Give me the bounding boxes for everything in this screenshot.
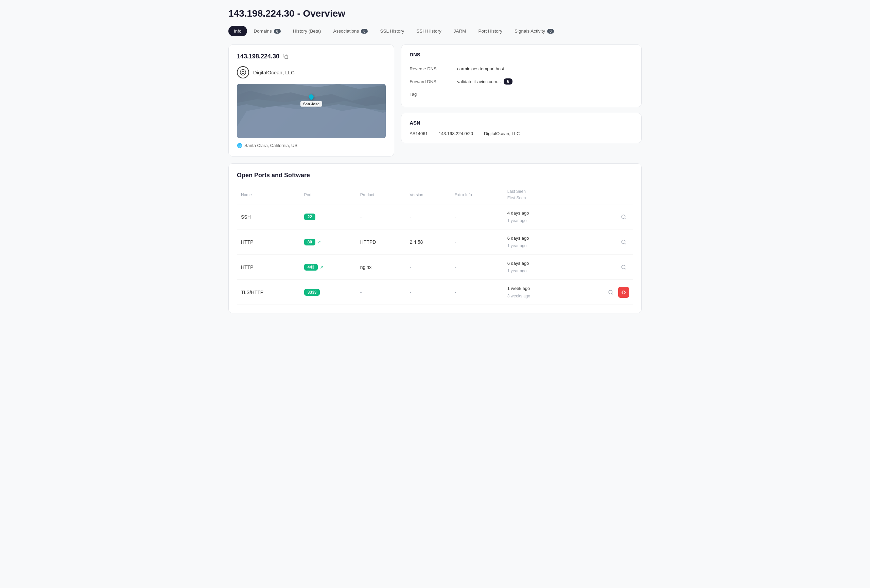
port-version: - <box>405 280 450 305</box>
port-number: 80↗ <box>300 230 356 255</box>
port-actions <box>567 255 633 280</box>
table-row: TLS/HTTP3333---1 week ago3 weeks ago <box>237 280 633 305</box>
port-product: HTTPD <box>356 230 406 255</box>
col-actions <box>567 186 633 204</box>
port-name: HTTP <box>237 230 300 255</box>
reverse-dns-label: Reverse DNS <box>410 66 457 71</box>
associations-badge: 0 <box>361 29 368 34</box>
tag-label: Tag <box>410 92 457 97</box>
reverse-dns-value: carmiejoes.tempurl.host <box>457 66 504 71</box>
copy-icon[interactable] <box>283 53 289 60</box>
svg-point-9 <box>621 215 625 219</box>
ports-card: Open Ports and Software Name Port Produc… <box>228 163 642 313</box>
tab-history[interactable]: History (Beta) <box>288 26 326 36</box>
domains-badge: 6 <box>274 29 281 34</box>
tab-jarm[interactable]: JARM <box>448 26 472 36</box>
ip-address: 143.198.224.30 <box>237 53 279 60</box>
table-row: HTTP80↗HTTPD2.4.58-6 days ago1 year ago <box>237 230 633 255</box>
port-product: - <box>356 204 406 230</box>
tab-info[interactable]: Info <box>228 26 247 36</box>
port-badge[interactable]: 3333 <box>304 289 320 296</box>
tab-associations[interactable]: Associations 0 <box>328 26 373 36</box>
asn-card: ASN AS14061 143.198.224.0/20 DigitalOcea… <box>401 113 642 143</box>
svg-line-16 <box>612 293 613 294</box>
port-times: 6 days ago1 year ago <box>503 255 567 280</box>
asn-number[interactable]: AS14061 <box>410 131 428 136</box>
tab-port-history[interactable]: Port History <box>473 26 508 36</box>
port-number: 3333 <box>300 280 356 305</box>
col-last-first-seen: Last Seen First Seen <box>503 186 567 204</box>
dns-title: DNS <box>410 52 633 57</box>
external-link-icon[interactable]: ↗ <box>317 240 321 244</box>
svg-point-11 <box>621 240 625 244</box>
info-card: 143.198.224.30 Digi <box>228 45 394 156</box>
tab-ssl-history[interactable]: SSL History <box>374 26 410 36</box>
port-times: 4 days ago1 year ago <box>503 204 567 230</box>
forward-dns-value: validate.it-avinc.com... 6 <box>457 79 512 85</box>
search-port-button[interactable] <box>605 287 616 298</box>
asn-title: ASN <box>410 120 633 126</box>
port-product: - <box>356 280 406 305</box>
port-times: 1 week ago3 weeks ago <box>503 280 567 305</box>
port-version: - <box>405 255 450 280</box>
port-actions <box>567 280 633 305</box>
port-number: 443↗ <box>300 255 356 280</box>
port-actions <box>567 230 633 255</box>
search-port-button[interactable] <box>618 237 629 248</box>
table-row: HTTP443↗nginx--6 days ago1 year ago <box>237 255 633 280</box>
forward-dns-label: Forward DNS <box>410 79 457 84</box>
external-link-icon[interactable]: ↗ <box>320 265 323 270</box>
port-name: TLS/HTTP <box>237 280 300 305</box>
asn-name: DigitalOcean, LLC <box>484 131 520 136</box>
dns-forward-row: Forward DNS validate.it-avinc.com... 6 <box>410 75 633 88</box>
dns-tag-row: Tag <box>410 88 633 100</box>
port-extra-info: - <box>450 255 503 280</box>
tab-signals-activity[interactable]: Signals Activity 0 <box>509 26 559 36</box>
ports-section-title: Open Ports and Software <box>237 172 633 179</box>
port-name: SSH <box>237 204 300 230</box>
asn-range: 143.198.224.0/20 <box>439 131 473 136</box>
location-text: Santa Clara, California, US <box>244 143 297 148</box>
right-panel: DNS Reverse DNS carmiejoes.tempurl.host … <box>401 45 642 156</box>
svg-rect-0 <box>285 56 288 59</box>
port-times: 6 days ago1 year ago <box>503 230 567 255</box>
port-badge[interactable]: 443 <box>304 264 318 270</box>
tab-domains[interactable]: Domains 6 <box>249 26 286 36</box>
table-row: SSH22---4 days ago1 year ago <box>237 204 633 230</box>
svg-line-12 <box>625 243 626 244</box>
provider-name: DigitalOcean, LLC <box>253 70 295 75</box>
col-product: Product <box>356 186 406 204</box>
page-title: 143.198.224.30 - Overview <box>228 8 642 19</box>
port-name: HTTP <box>237 255 300 280</box>
globe-icon: 🌐 <box>237 143 242 148</box>
svg-point-13 <box>621 265 625 269</box>
port-badge[interactable]: 22 <box>304 214 315 220</box>
svg-point-15 <box>609 290 612 294</box>
tab-ssh-history[interactable]: SSH History <box>411 26 447 36</box>
svg-line-10 <box>625 218 626 219</box>
svg-point-17 <box>622 291 625 294</box>
provider-icon <box>237 66 249 79</box>
port-extra-info: - <box>450 230 503 255</box>
port-version: 2.4.58 <box>405 230 450 255</box>
col-extra-info: Extra Info <box>450 186 503 204</box>
tab-bar: Info Domains 6 History (Beta) Associatio… <box>228 26 642 36</box>
search-port-button[interactable] <box>618 211 629 222</box>
port-version: - <box>405 204 450 230</box>
map: San Jose <box>237 84 386 138</box>
col-port: Port <box>300 186 356 204</box>
port-extra-info: - <box>450 280 503 305</box>
col-name: Name <box>237 186 300 204</box>
port-number: 22 <box>300 204 356 230</box>
col-version: Version <box>405 186 450 204</box>
dns-card: DNS Reverse DNS carmiejoes.tempurl.host … <box>401 45 642 107</box>
bug-report-button[interactable] <box>618 287 629 298</box>
signals-badge: 0 <box>547 29 554 34</box>
port-badge[interactable]: 80 <box>304 239 315 245</box>
search-port-button[interactable] <box>618 262 629 273</box>
ports-table: Name Port Product Version Extra Info Las… <box>237 186 633 305</box>
svg-point-2 <box>242 71 244 74</box>
forward-dns-count[interactable]: 6 <box>504 79 513 85</box>
port-extra-info: - <box>450 204 503 230</box>
map-pin: San Jose <box>301 94 322 107</box>
